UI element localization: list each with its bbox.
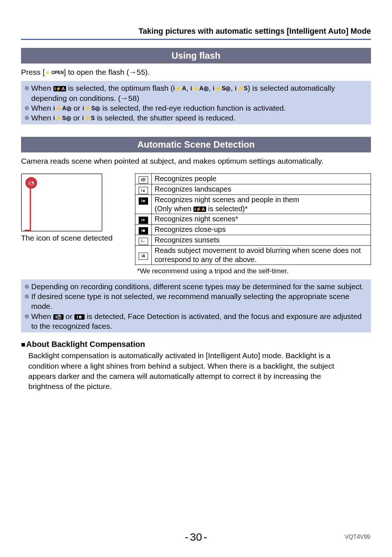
section-title-using-flash: Using flash [21,48,371,64]
backlight-paragraph: Backlight compensation is automatically … [21,351,351,392]
manual-page: Taking pictures with automatic settings … [0,0,392,557]
scene-indicator-icon: i◔ [25,177,37,189]
scene-sunset-icon: i☼ [139,238,148,245]
scene-row-closeup: Recognizes close-ups [152,224,371,235]
auto-scene-intro: Camera reads scene when pointed at subje… [21,156,371,166]
bullet-icon [25,86,29,90]
tripod-note: *We recommend using a tripod and the sel… [135,267,371,275]
bullet-icon [25,284,29,289]
flash-note-2: When i⚡A◎ or i⚡S◎ is selected, the red-e… [31,103,367,113]
scene-row-sunset: Recognizes sunsets [152,235,371,245]
bullet-icon [25,106,29,110]
page-header-title: Taking pictures with automatic settings … [21,27,371,40]
scene-notes-box: Depending on recording conditions, diffe… [21,279,371,332]
scene-closeup-icon: i❀ [139,227,148,234]
scene-night-people-icon: i★ [139,197,148,205]
camera-screen-illustration: i◔ [21,173,102,232]
scene-row-night-people: Recognizes night scenes and people in th… [152,194,371,214]
bullet-icon [25,314,29,319]
flash-note-1: When i⚡A is selected, the optimum flash … [31,83,367,103]
scene-table: iⓅ Recognizes people i▲ Recognizes lands… [135,173,371,265]
scene-landscape-icon: i▲ [139,187,148,194]
scene-row-motion: Reads subject movement to avoid blurring… [152,245,371,265]
document-code: VQT4V99 [345,534,370,540]
page-number: -30- [0,531,392,543]
scene-people-icon: iⓅ [139,176,148,184]
scene-motion-icon: iA [139,253,148,260]
flash-auto-icon: i⚡A [53,86,66,91]
backlight-heading: ■About Backlight Compensation [21,340,371,349]
illustration-caption: The icon of scene detected [21,234,120,242]
bullet-icon [25,116,29,120]
bullet-icon [25,294,29,299]
scene-night-icon: i✦ [139,217,148,224]
scene-note-3: When iⓅ or i★ is detected, Face Detectio… [31,311,367,331]
scene-note-1: Depending on recording conditions, diffe… [31,282,367,291]
scene-row-night: Recognizes night scenes* [152,214,371,224]
flash-auto-icon: i⚡A [193,206,206,212]
scene-row-landscape: Recognizes landscapes [152,184,371,194]
flash-press-instruction: Press [⚡ OPEN] to open the flash (→55). [21,67,371,77]
flash-open-icon: ⚡ OPEN [45,70,64,75]
flash-note-3: When i⚡S◎ or i⚡S is selected, the shutte… [31,113,367,123]
section-title-auto-scene: Automatic Scene Detection [21,137,371,152]
scene-night-people-icon: i★ [74,314,85,320]
scene-note-2: If desired scene type is not selected, w… [31,291,367,311]
scene-row-people: Recognizes people [152,173,371,184]
flash-notes-box: When i⚡A is selected, the optimum flash … [21,81,371,124]
scene-people-icon: iⓅ [53,314,64,320]
